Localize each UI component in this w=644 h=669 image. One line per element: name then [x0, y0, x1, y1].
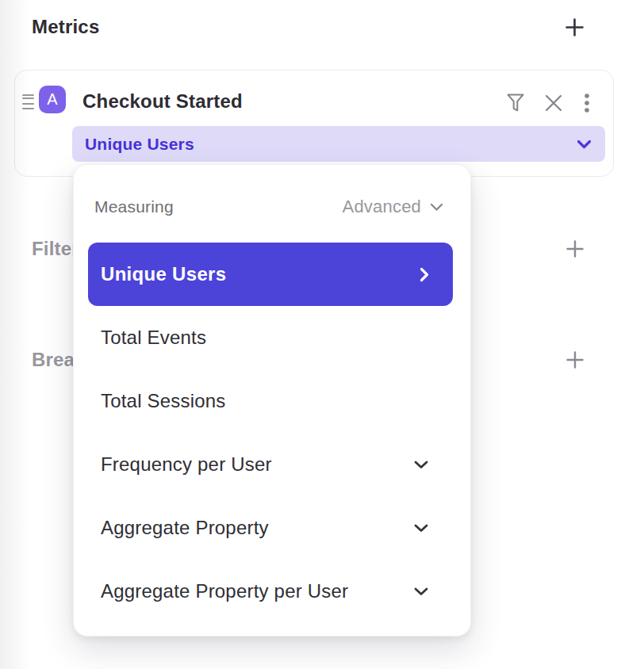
measurement-value: Unique Users: [85, 135, 194, 154]
event-name[interactable]: Checkout Started: [82, 90, 243, 113]
chevron-down-icon: [414, 587, 428, 596]
plus-icon: [565, 239, 585, 259]
plus-icon: [565, 350, 585, 370]
measuring-label: Measuring: [94, 197, 174, 216]
metric-card-actions: [504, 90, 594, 116]
menu-item-aggregate-property-per-user[interactable]: Aggregate Property per User: [74, 560, 470, 623]
kebab-menu-icon: [581, 92, 592, 114]
remove-metric-button[interactable]: [542, 91, 565, 115]
add-filter-button[interactable]: [563, 237, 587, 261]
filter-metric-button[interactable]: [504, 90, 527, 116]
menu-item-label: Total Sessions: [101, 390, 226, 412]
advanced-mode-label: Advanced: [343, 197, 421, 217]
menu-item-label: Frequency per User: [101, 453, 272, 476]
menu-item-frequency-per-user[interactable]: Frequency per User: [74, 433, 470, 496]
metric-series-badge[interactable]: A: [39, 86, 66, 113]
metric-card: A Checkout Started: [14, 70, 614, 177]
menu-item-label: Aggregate Property: [101, 517, 269, 539]
measuring-dropdown-menu: Measuring Advanced Unique Users Total Ev…: [73, 164, 471, 637]
add-metric-button[interactable]: [562, 15, 587, 40]
menu-item-total-sessions[interactable]: Total Sessions: [74, 369, 470, 433]
chevron-down-icon: [577, 140, 592, 149]
more-options-button[interactable]: [580, 90, 594, 116]
plus-icon: [564, 17, 585, 38]
metrics-header: Metrics: [32, 13, 587, 41]
menu-item-label: Total Events: [101, 327, 206, 349]
chevron-down-icon: [430, 203, 443, 212]
advanced-mode-toggle[interactable]: Advanced: [343, 197, 443, 217]
funnel-icon: [505, 92, 526, 114]
menu-item-unique-users[interactable]: Unique Users: [88, 243, 453, 306]
menu-item-total-events[interactable]: Total Events: [74, 306, 470, 369]
menu-item-aggregate-property[interactable]: Aggregate Property: [74, 496, 470, 560]
chevron-down-icon: [414, 524, 428, 533]
page-title: Metrics: [32, 16, 99, 38]
close-icon: [543, 93, 564, 113]
menu-item-label: Unique Users: [101, 263, 226, 285]
metrics-panel: Metrics Filters Breakdowns: [0, 0, 644, 669]
measurement-dropdown-trigger[interactable]: Unique Users: [72, 126, 605, 162]
drag-handle[interactable]: [21, 89, 36, 101]
add-breakdown-button[interactable]: [563, 348, 587, 372]
menu-item-label: Aggregate Property per User: [101, 580, 348, 602]
measuring-header-row: Measuring Advanced: [94, 191, 443, 223]
drag-handle-icon: [22, 94, 34, 96]
chevron-right-icon: [420, 267, 429, 282]
chevron-down-icon: [414, 461, 428, 469]
